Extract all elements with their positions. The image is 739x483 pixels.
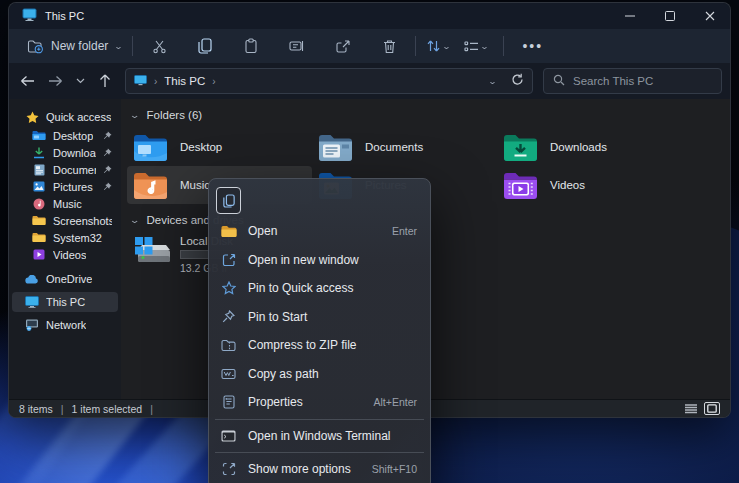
documents-folder-icon xyxy=(317,132,354,163)
menu-item-show-more-options[interactable]: Show more options Shift+F10 xyxy=(213,455,426,483)
thumbnail-view-button[interactable] xyxy=(704,402,720,415)
breadcrumb[interactable]: › This PC › ⌄ xyxy=(125,68,533,94)
folder-icon xyxy=(32,215,46,226)
pin-icon xyxy=(103,131,112,140)
downloads-folder-icon xyxy=(502,132,539,163)
zip-folder-icon xyxy=(220,339,237,352)
breadcrumb-separator: › xyxy=(212,76,215,87)
delete-button[interactable] xyxy=(373,32,405,60)
menu-item-copy-as-path[interactable]: Copy as path xyxy=(213,360,426,389)
pin-icon xyxy=(103,182,112,191)
folder-icon xyxy=(32,232,46,243)
breadcrumb-separator: › xyxy=(154,76,157,87)
sidebar-item-screenshots[interactable]: Screenshots xyxy=(12,212,118,229)
refresh-icon[interactable] xyxy=(511,72,524,90)
sidebar-item-quick-access[interactable]: Quick access xyxy=(12,107,118,127)
copy-icon-button[interactable] xyxy=(216,187,241,214)
desktop-folder-icon xyxy=(132,132,169,163)
shortcut-hint: Shift+F10 xyxy=(372,463,417,475)
breadcrumb-path[interactable]: This PC xyxy=(164,75,205,87)
view-button[interactable]: ⌄ xyxy=(464,40,488,53)
music-icon xyxy=(32,198,46,210)
sidebar-item-network[interactable]: Network xyxy=(12,315,118,335)
tile-downloads[interactable]: Downloads xyxy=(497,128,682,166)
chevron-down-icon: ⌄ xyxy=(442,42,451,51)
menu-item-pin-to-quick-access[interactable]: Pin to Quick access xyxy=(213,274,426,303)
cloud-icon xyxy=(25,275,39,284)
titlebar[interactable]: This PC xyxy=(9,3,730,29)
computer-icon xyxy=(25,296,39,308)
open-folder-icon xyxy=(220,225,237,238)
maximize-button[interactable] xyxy=(650,3,690,29)
address-dropdown-icon[interactable]: ⌄ xyxy=(488,77,497,86)
address-bar: › This PC › ⌄ xyxy=(9,63,730,99)
share-button[interactable] xyxy=(327,32,359,60)
sidebar-item-music[interactable]: Music xyxy=(12,195,118,212)
download-icon xyxy=(32,147,46,159)
star-outline-icon xyxy=(220,281,237,295)
close-button[interactable] xyxy=(690,3,730,29)
toolbar-divider xyxy=(415,36,416,56)
menu-item-open[interactable]: Open Enter xyxy=(213,217,426,246)
star-icon xyxy=(25,111,39,124)
search-input[interactable] xyxy=(573,75,712,87)
tile-desktop[interactable]: Desktop xyxy=(127,128,312,166)
rename-button[interactable] xyxy=(281,32,313,60)
pin-icon xyxy=(220,310,237,323)
shortcut-hint: Enter xyxy=(392,225,417,237)
cut-button[interactable] xyxy=(143,32,175,60)
menu-item-open-in-new-window[interactable]: Open in new window xyxy=(213,246,426,275)
sidebar-item-this-pc[interactable]: This PC xyxy=(12,292,118,312)
paste-button[interactable] xyxy=(235,32,267,60)
selected-count: 1 item selected xyxy=(72,403,143,415)
new-folder-button[interactable]: New folder ⌄ xyxy=(27,39,122,54)
chevron-down-icon: ⌄ xyxy=(479,42,488,51)
desktop: This PC New folder ⌄ xyxy=(0,0,739,483)
menu-separator xyxy=(215,419,424,420)
properties-icon xyxy=(220,395,237,409)
see-more-button[interactable]: ••• xyxy=(514,38,551,54)
pin-icon xyxy=(103,148,112,157)
show-more-icon xyxy=(220,462,237,476)
context-menu-icon-strip xyxy=(213,184,426,217)
minimize-button[interactable] xyxy=(610,3,650,29)
sort-button[interactable]: ⌄ xyxy=(426,39,450,53)
menu-separator xyxy=(215,452,424,453)
sidebar-item-system32[interactable]: System32 xyxy=(12,229,118,246)
sidebar-item-onedrive[interactable]: OneDrive xyxy=(12,269,118,289)
music-folder-icon xyxy=(132,170,169,201)
chevron-down-icon: ⌄ xyxy=(114,42,123,51)
details-view-button[interactable] xyxy=(683,402,699,415)
forward-button[interactable] xyxy=(43,68,67,94)
document-icon xyxy=(32,164,46,176)
collapse-chevron-icon[interactable]: ⌄ xyxy=(129,215,140,225)
sidebar-item-videos[interactable]: Videos xyxy=(12,246,118,263)
menu-item-open-in-windows-terminal[interactable]: Open in Windows Terminal xyxy=(213,422,426,451)
sidebar-item-desktop[interactable]: Desktop xyxy=(12,127,118,144)
tile-videos[interactable]: Videos xyxy=(497,166,682,204)
menu-item-properties[interactable]: Properties Alt+Enter xyxy=(213,388,426,417)
up-button[interactable] xyxy=(93,68,117,94)
tile-documents[interactable]: Documents xyxy=(312,128,497,166)
copy-button[interactable] xyxy=(189,32,221,60)
sidebar-item-documents[interactable]: Documents xyxy=(12,161,118,178)
sidebar-item-pictures[interactable]: Pictures xyxy=(12,178,118,195)
section-folders-header[interactable]: ⌄ Folders (6) xyxy=(127,105,730,125)
local-disk-icon xyxy=(132,234,172,272)
command-bar: New folder ⌄ xyxy=(9,29,730,63)
open-new-window-icon xyxy=(220,253,237,267)
search-box[interactable] xyxy=(543,68,722,94)
collapse-chevron-icon[interactable]: ⌄ xyxy=(129,110,140,120)
sidebar-item-downloads[interactable]: Downloads xyxy=(12,144,118,161)
back-button[interactable] xyxy=(15,68,39,94)
terminal-icon xyxy=(220,430,237,442)
menu-item-pin-to-start[interactable]: Pin to Start xyxy=(213,303,426,332)
navigation-pane: Quick access Desktop Downloads Documents xyxy=(9,99,121,399)
this-pc-icon xyxy=(134,72,147,90)
window-title: This PC xyxy=(45,10,84,22)
desktop-folder-icon xyxy=(32,130,46,141)
search-icon xyxy=(553,72,565,90)
menu-item-compress-to-zip[interactable]: Compress to ZIP file xyxy=(213,331,426,360)
recent-locations-button[interactable] xyxy=(71,68,89,94)
this-pc-icon xyxy=(22,7,37,25)
